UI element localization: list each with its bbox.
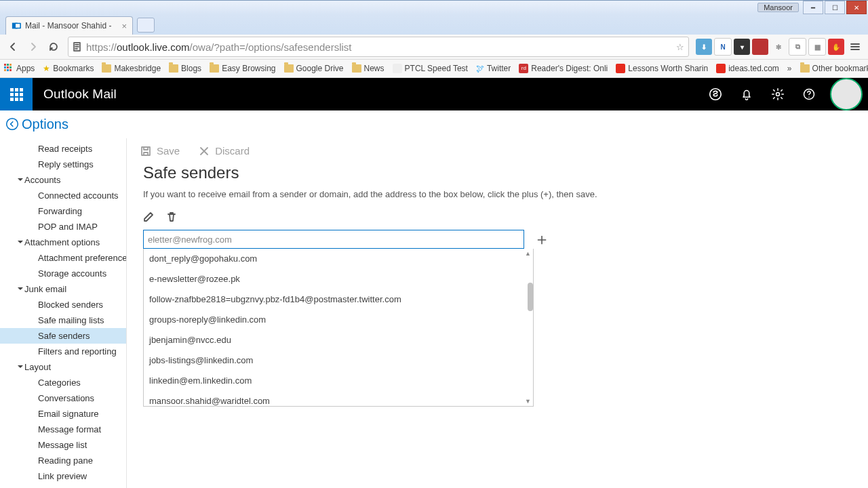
- bookmark-label: Blogs: [181, 64, 201, 73]
- sidebar-item-categories[interactable]: Categories: [0, 375, 126, 390]
- extension-pocket-icon[interactable]: ▾: [734, 39, 750, 55]
- reload-button[interactable]: [45, 38, 62, 56]
- scroll-down-icon[interactable]: ▼: [525, 398, 531, 405]
- add-sender-input[interactable]: [143, 230, 524, 249]
- folder-icon: [352, 64, 361, 73]
- delete-button[interactable]: [166, 211, 177, 224]
- page-title: Safe senders: [143, 163, 852, 182]
- save-button[interactable]: Save: [140, 145, 180, 157]
- bookmark-item[interactable]: PTCL Speed Test: [393, 64, 468, 73]
- sidebar-item-email-signature[interactable]: Email signature: [0, 406, 126, 422]
- options-back-link[interactable]: Options: [5, 117, 68, 132]
- discard-button[interactable]: Discard: [199, 145, 250, 157]
- bookmark-item[interactable]: 🕊Twitter: [476, 64, 511, 73]
- sidebar-item-message-format[interactable]: Message format: [0, 422, 126, 437]
- extension-adblock-icon[interactable]: ✋: [828, 39, 844, 55]
- window-maximize-button[interactable]: ☐: [825, 1, 845, 14]
- edit-button[interactable]: [143, 211, 154, 224]
- extension-icon[interactable]: ⧉: [789, 38, 806, 56]
- list-item[interactable]: jbenjamin@nvcc.edu: [144, 330, 533, 350]
- list-item[interactable]: dont_reply@gopohaku.com: [144, 249, 533, 269]
- sidebar-group-layout[interactable]: Layout: [0, 359, 126, 375]
- settings-pane: Save Discard Safe senders If you want to…: [127, 138, 868, 488]
- sidebar-item-link-preview[interactable]: Link preview: [0, 468, 126, 484]
- sidebar-item-safe-senders[interactable]: Safe senders: [0, 328, 126, 344]
- sidebar-item-safe-mailing-lists[interactable]: Safe mailing lists: [0, 312, 126, 328]
- window-close-button[interactable]: ✕: [846, 1, 867, 14]
- bookmarks-overflow-icon[interactable]: »: [787, 64, 792, 73]
- svg-point-4: [776, 93, 780, 96]
- sidebar-item-storage-accounts[interactable]: Storage accounts: [0, 266, 126, 281]
- bookmark-folder[interactable]: Google Drive: [284, 64, 344, 73]
- bookmark-folder[interactable]: Blogs: [169, 64, 201, 73]
- sidebar-item-message-list[interactable]: Message list: [0, 437, 126, 453]
- bookmark-label: PTCL Speed Test: [405, 64, 468, 73]
- sidebar-item-connected-accounts[interactable]: Connected accounts: [0, 188, 126, 203]
- skype-button[interactable]: [700, 78, 731, 110]
- discard-icon: [199, 146, 210, 157]
- bookmark-item[interactable]: rdReader's Digest: Onli: [519, 64, 608, 73]
- sidebar-item-attachment-preference[interactable]: Attachment preference: [0, 250, 126, 266]
- sidebar-item-read-receipts[interactable]: Read receipts: [0, 141, 126, 157]
- window-minimize-button[interactable]: ━: [803, 1, 823, 14]
- sidebar-item-reading-pane[interactable]: Reading pane: [0, 453, 126, 468]
- bookmark-item[interactable]: Lessons Worth Sharin: [616, 64, 708, 73]
- address-bar[interactable]: https://outlook.live.com/owa/?path=/opti…: [68, 37, 689, 57]
- extension-icon[interactable]: N: [714, 38, 732, 56]
- bookmark-star-icon[interactable]: ☆: [676, 42, 684, 52]
- extension-icon[interactable]: ⬇: [696, 39, 712, 55]
- sidebar-group-attachment-options[interactable]: Attachment options: [0, 235, 126, 250]
- sidebar-item-forwarding[interactable]: Forwarding: [0, 203, 126, 219]
- extension-icon[interactable]: ▦: [808, 38, 826, 56]
- browser-tab-title: Mail - Mansoor Shahid -: [25, 21, 111, 30]
- user-avatar[interactable]: [830, 78, 863, 110]
- app-launcher-button[interactable]: [0, 78, 33, 110]
- list-item[interactable]: linkedin@em.linkedin.com: [144, 371, 533, 391]
- close-tab-icon[interactable]: ×: [121, 21, 127, 31]
- chrome-menu-button[interactable]: [846, 38, 864, 56]
- extension-icon[interactable]: [752, 39, 768, 55]
- browser-tab[interactable]: Mail - Mansoor Shahid - ×: [5, 16, 133, 35]
- apps-shortcut[interactable]: Apps: [4, 64, 35, 73]
- list-item[interactable]: jobs-listings@linkedin.com: [144, 350, 533, 371]
- sidebar-group-accounts[interactable]: Accounts: [0, 172, 126, 188]
- list-item[interactable]: mansoor.shahid@waridtel.com: [144, 391, 533, 407]
- sidebar-item-pop-imap[interactable]: POP and IMAP: [0, 219, 126, 235]
- forward-button[interactable]: [24, 38, 42, 56]
- app-title: Outlook Mail: [43, 87, 117, 102]
- chrome-profile-chip[interactable]: Mansoor: [757, 3, 799, 12]
- bookmark-label: Reader's Digest: Onli: [531, 64, 608, 73]
- apps-label: Apps: [16, 64, 35, 73]
- bookmark-label: News: [364, 64, 384, 73]
- bookmark-folder[interactable]: Makesbridge: [102, 64, 161, 73]
- extension-icon[interactable]: ✻: [770, 39, 787, 55]
- sidebar-group-calendar[interactable]: Calendar: [0, 484, 126, 488]
- window-titlebar: Mansoor ━ ☐ ✕: [0, 1, 868, 14]
- address-bar-url: https://outlook.live.com/owa/?path=/opti…: [86, 41, 352, 53]
- sidebar-item-blocked-senders[interactable]: Blocked senders: [0, 297, 126, 312]
- new-tab-button[interactable]: [137, 18, 155, 33]
- back-button[interactable]: [4, 38, 22, 56]
- bookmark-item[interactable]: ★Bookmarks: [43, 64, 94, 73]
- list-item[interactable]: follow-znafbbe2818=ubgznvy.pbz-fd1b4@pos…: [144, 289, 533, 310]
- bookmark-folder[interactable]: News: [352, 64, 384, 73]
- sidebar-item-conversations[interactable]: Conversations: [0, 390, 126, 406]
- scroll-up-icon[interactable]: ▲: [525, 250, 531, 257]
- sidebar-group-junk-email[interactable]: Junk email: [0, 281, 126, 297]
- list-item[interactable]: e-newsletter@rozee.pk: [144, 269, 533, 289]
- sidebar-item-reply-settings[interactable]: Reply settings: [0, 157, 126, 172]
- sidebar-item-filters-reporting[interactable]: Filters and reporting: [0, 344, 126, 359]
- add-sender-button[interactable]: ＋: [534, 231, 550, 247]
- other-bookmarks[interactable]: Other bookmarks: [800, 64, 868, 73]
- notifications-button[interactable]: [731, 78, 762, 110]
- folder-icon: [102, 64, 111, 73]
- outlook-header: Outlook Mail: [0, 78, 868, 110]
- help-button[interactable]: [793, 78, 825, 110]
- svg-rect-7: [142, 147, 150, 155]
- scrollbar-thumb[interactable]: [528, 283, 533, 311]
- settings-button[interactable]: [762, 78, 793, 110]
- bookmark-folder[interactable]: Easy Browsing: [210, 64, 275, 73]
- folder-icon: [284, 64, 294, 73]
- list-item[interactable]: groups-noreply@linkedin.com: [144, 310, 533, 330]
- bookmark-item[interactable]: ideas.ted.com: [716, 64, 779, 73]
